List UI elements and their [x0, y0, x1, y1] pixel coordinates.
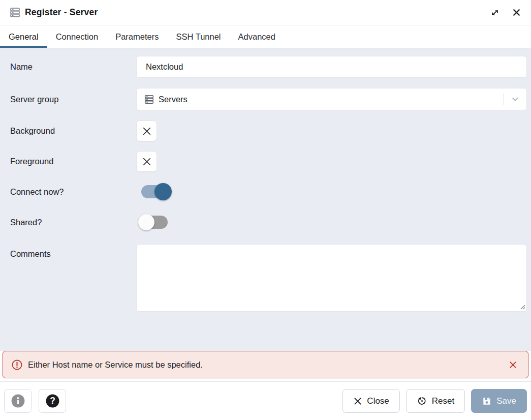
error-message: Either Host name or Service must be spec… [28, 360, 203, 370]
server-stack-icon [9, 7, 21, 18]
shared-toggle[interactable] [138, 214, 172, 231]
error-banner: Either Host name or Service must be spec… [3, 351, 528, 378]
maximize-icon[interactable] [489, 7, 501, 18]
tab-advanced[interactable]: Advanced [230, 25, 284, 48]
close-button-label: Close [367, 396, 389, 406]
svg-text:?: ? [50, 396, 55, 406]
shared-row: Shared? [10, 214, 527, 231]
connect-now-row: Connect now? [10, 183, 527, 200]
comments-row: Comments [10, 244, 527, 314]
background-label: Background [10, 121, 136, 141]
close-button[interactable]: Close [342, 389, 399, 413]
save-button-label: Save [496, 396, 516, 406]
dialog-titlebar: Register - Server [0, 0, 531, 25]
sql-info-button[interactable] [4, 389, 32, 413]
info-icon [10, 393, 26, 409]
server-group-select[interactable]: Servers [136, 88, 527, 110]
name-input[interactable] [136, 56, 527, 78]
error-close-icon[interactable] [506, 357, 520, 372]
close-x-icon [353, 397, 362, 406]
foreground-label: Foreground [10, 151, 136, 172]
chevron-down-icon[interactable] [504, 94, 526, 104]
help-button[interactable]: ? [39, 389, 66, 413]
shared-label: Shared? [10, 214, 136, 231]
comments-label: Comments [10, 244, 136, 314]
tab-parameters[interactable]: Parameters [107, 25, 167, 48]
foreground-color-clear-button[interactable] [136, 151, 157, 172]
reset-button-label: Reset [432, 396, 454, 406]
comments-textarea[interactable] [136, 244, 527, 312]
help-icon: ? [45, 393, 60, 409]
reset-button[interactable]: Reset [406, 389, 465, 413]
general-tab-panel: Name Server group [0, 48, 531, 351]
server-group-icon [144, 94, 154, 105]
background-color-clear-button[interactable] [136, 121, 157, 141]
toggle-knob [138, 214, 154, 230]
tab-ssh-tunnel[interactable]: SSH Tunnel [167, 25, 229, 48]
background-row: Background [10, 121, 527, 141]
save-floppy-icon [482, 396, 492, 406]
dialog-footer: ? Close [0, 381, 531, 420]
connect-now-label: Connect now? [10, 183, 136, 200]
server-group-value: Servers [159, 95, 188, 104]
connect-now-toggle[interactable] [138, 183, 172, 200]
server-group-row: Server group [10, 88, 527, 110]
name-row: Name [10, 56, 527, 78]
dialog-title: Register - Server [25, 7, 98, 18]
tab-general[interactable]: General [0, 25, 47, 48]
tab-connection[interactable]: Connection [47, 25, 107, 48]
server-group-label: Server group [10, 88, 136, 110]
register-server-dialog: Register - Server General Connection Par… [0, 0, 531, 420]
foreground-row: Foreground [10, 151, 527, 172]
close-icon[interactable] [511, 7, 522, 18]
dialog-tabs: General Connection Parameters SSH Tunnel… [0, 25, 531, 48]
error-alert-icon [11, 359, 23, 371]
save-button[interactable]: Save [471, 389, 527, 413]
reset-icon [417, 396, 427, 406]
name-label: Name [10, 56, 136, 78]
toggle-knob [154, 183, 172, 200]
